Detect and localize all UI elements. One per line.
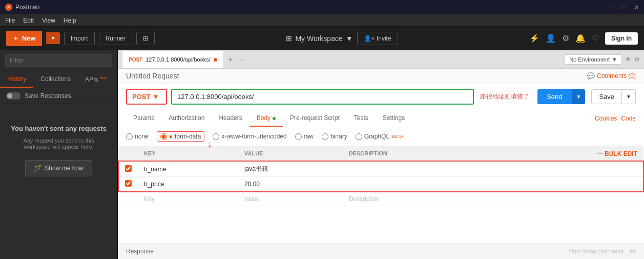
lightning-icon[interactable]: ⚡ (529, 33, 539, 43)
row2-key[interactable]: b_price (138, 177, 238, 192)
empty-state: You haven't sent any requests Any reques… (0, 104, 117, 259)
comments-label: Comments (0) (597, 72, 636, 79)
workspace-button[interactable]: ⊞ My Workspace ▼ (286, 34, 352, 43)
menu-edit[interactable]: Edit (23, 17, 34, 24)
option-none[interactable]: none (126, 133, 149, 140)
more-tabs-button[interactable]: ··· (237, 50, 247, 68)
add-tab-button[interactable]: + (225, 50, 236, 68)
save-button[interactable]: Save (591, 89, 622, 104)
radio-binary[interactable] (322, 133, 328, 140)
option-form-data[interactable]: ● form-data (157, 131, 205, 142)
radio-none[interactable] (126, 133, 133, 140)
row1-key[interactable]: b_name (138, 161, 238, 177)
save-arrow-button[interactable]: ▼ (622, 89, 636, 104)
nav-pre-request[interactable]: Pre-request Script (283, 110, 347, 127)
empty-row: Key Value Description (118, 192, 643, 206)
request-tab-item[interactable]: POST 127.0.0.1:8000/api/books/ (122, 50, 224, 68)
radio-graphql[interactable] (356, 133, 362, 140)
maximize-btn[interactable]: □ (622, 4, 626, 11)
method-chevron-icon: ▼ (152, 93, 159, 101)
more-icon[interactable]: ··· (597, 149, 603, 157)
menu-view[interactable]: View (42, 17, 55, 24)
close-btn[interactable]: ✕ (634, 4, 639, 11)
option-raw-label: raw (304, 133, 314, 140)
empty-key[interactable]: Key (138, 192, 238, 206)
environment-select[interactable]: No Environment ▼ (565, 54, 622, 65)
send-button[interactable]: Send (537, 89, 571, 104)
code-link[interactable]: Code (621, 115, 636, 122)
option-urlencoded[interactable]: x-www-form-urlencoded (213, 133, 286, 140)
empty-value[interactable]: Value (238, 192, 343, 206)
option-raw[interactable]: raw (295, 133, 314, 140)
tab-history[interactable]: History (0, 71, 33, 88)
url-input[interactable] (171, 89, 474, 105)
new-label: New (22, 34, 36, 42)
workspace-icon: ⊞ (286, 34, 292, 43)
row2-description[interactable] (343, 177, 491, 192)
row1-value[interactable]: java书籍 (238, 161, 343, 177)
cookies-link[interactable]: Cookies (595, 115, 617, 122)
option-graphql-label: GraphQL (364, 133, 389, 140)
nav-settings[interactable]: Settings (376, 110, 412, 127)
menubar: File Edit View Help (0, 14, 644, 27)
new-button[interactable]: ＋ New (6, 31, 42, 46)
import-button[interactable]: Import (64, 32, 95, 45)
option-binary[interactable]: binary (322, 133, 347, 140)
save-responses-row: Save Responses (0, 88, 117, 104)
send-arrow-button[interactable]: ▼ (572, 89, 586, 104)
menu-file[interactable]: File (5, 17, 15, 24)
bulk-edit-link[interactable]: Bulk Edit (605, 150, 637, 157)
radio-urlencoded[interactable] (213, 133, 219, 140)
app-logo: P (5, 4, 12, 11)
option-graphql[interactable]: GraphQL BETA (356, 133, 403, 140)
option-urlencoded-label: x-www-form-urlencoded (221, 133, 286, 140)
new-arrow-button[interactable]: ▼ (46, 32, 60, 44)
save-responses-toggle[interactable] (6, 92, 20, 99)
option-binary-label: binary (330, 133, 347, 140)
plus-icon: ＋ (12, 34, 19, 43)
env-settings-icon[interactable]: ⚙ (634, 56, 640, 63)
filter-input[interactable] (5, 54, 112, 67)
sidebar: History Collections APIs true Save Respo… (0, 50, 118, 259)
invite-button[interactable]: 👤+ Invite (357, 32, 398, 45)
radio-form-data[interactable] (160, 133, 167, 140)
window-controls[interactable]: — □ ✕ (609, 4, 639, 11)
user-icon[interactable]: 👤 (546, 33, 556, 43)
bell-icon[interactable]: 🔔 (575, 33, 586, 43)
sign-in-button[interactable]: Sign In (605, 32, 638, 45)
empty-actions (490, 192, 643, 206)
nav-tests[interactable]: Tests (347, 110, 376, 127)
nav-authorization[interactable]: Authorization (161, 110, 212, 127)
comments-link[interactable]: 💬 Comments (0) (587, 72, 636, 79)
beta-badge: true (100, 75, 107, 80)
body-dot (273, 117, 276, 120)
menu-help[interactable]: Help (64, 17, 76, 24)
url-hint: 路径地址别填错了 (480, 92, 529, 101)
radio-raw[interactable] (295, 133, 302, 140)
env-chevron-icon: ▼ (612, 56, 617, 63)
settings-icon[interactable]: ⚙ (562, 33, 569, 43)
user-plus-icon: 👤+ (364, 35, 375, 42)
layout-button[interactable]: ⊞ (136, 32, 155, 45)
runner-button[interactable]: Runner (99, 32, 132, 45)
toolbar-center: ⊞ My Workspace ▼ 👤+ Invite (159, 32, 525, 45)
empty-description[interactable]: Description (343, 192, 491, 206)
row2-value[interactable]: 20.00 (238, 177, 343, 192)
method-select[interactable]: POST ▼ (126, 89, 167, 105)
env-eye-icon[interactable]: 👁 (625, 56, 631, 63)
nav-params[interactable]: Params (126, 110, 161, 127)
nav-headers[interactable]: Headers (212, 110, 249, 127)
row1-description[interactable] (343, 161, 491, 177)
table-row: b_price 20.00 (118, 177, 643, 192)
heart-icon[interactable]: ♡ (592, 33, 599, 43)
row2-checkbox[interactable] (125, 180, 132, 187)
nav-body[interactable]: Body (250, 110, 283, 127)
tab-apis[interactable]: APIs true (78, 71, 114, 88)
th-description: DESCRIPTION (343, 146, 491, 161)
minimize-btn[interactable]: — (609, 4, 614, 11)
show-me-button[interactable]: 🪄 Show me how (25, 160, 92, 176)
tab-collections[interactable]: Collections (33, 71, 78, 88)
row1-checkbox[interactable] (125, 165, 132, 172)
table-row: b_name java书籍 (118, 161, 643, 177)
option-form-data-label: form-data (175, 133, 201, 140)
